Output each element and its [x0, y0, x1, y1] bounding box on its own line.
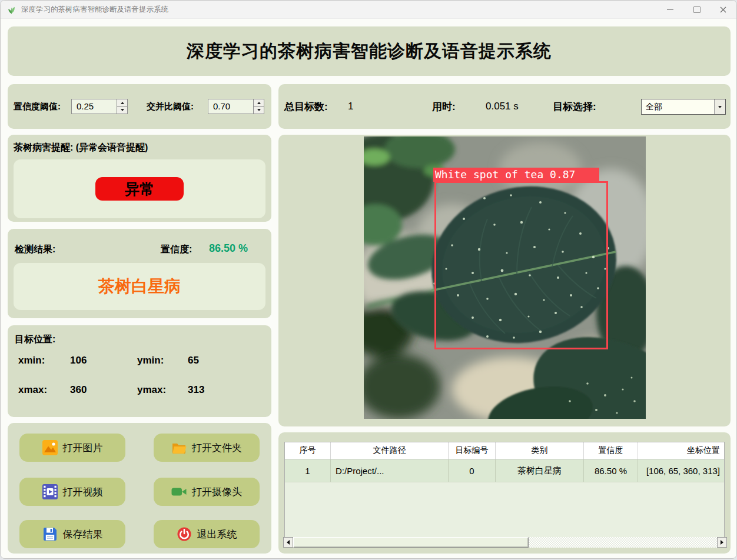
exit-system-button[interactable]: 退出系统	[154, 520, 260, 548]
cell-index: 1	[285, 459, 331, 482]
button-label: 退出系统	[197, 528, 237, 541]
dropdown-arrow-button[interactable]	[714, 99, 725, 114]
iou-threshold-label: 交并比阈值:	[147, 84, 194, 129]
spin-down-button[interactable]	[117, 107, 127, 114]
scrollbar-track[interactable]	[293, 537, 717, 548]
detection-result-panel: 检测结果: 置信度: 86.50 % 茶树白星病	[8, 229, 271, 318]
disease-name: 茶树白星病	[98, 275, 181, 298]
close-icon	[720, 6, 726, 13]
down-arrow-icon	[121, 109, 124, 111]
ymin-value: 65	[188, 355, 199, 366]
scrollbar-thumb[interactable]	[293, 537, 529, 548]
spin-up-button[interactable]	[254, 99, 264, 107]
xmax-label: xmax:	[18, 384, 47, 396]
target-select-label: 目标选择:	[553, 84, 596, 129]
table-empty-area	[285, 482, 724, 539]
page-title: 深度学习的茶树病害智能诊断及语音提示系统	[187, 39, 552, 64]
button-label: 打开图片	[63, 441, 103, 455]
table-row[interactable]: 1 D:/Project/... 0 茶树白星病 86.50 % [106, 6…	[285, 459, 724, 482]
target-select-dropdown[interactable]: 全部	[641, 99, 726, 115]
results-table-panel: 序号 文件路径 目标编号 类别 置信度 坐标位置 1 D:/Project/..…	[278, 432, 731, 554]
elapsed-time-label: 用时:	[432, 84, 456, 129]
app-window: 深度学习的茶树病害智能诊断及语音提示系统 深度学习的茶树病害智能诊断及语音提示系…	[0, 0, 737, 559]
cell-coords: [106, 65, 360, 313]	[638, 459, 724, 482]
table-header-row: 序号 文件路径 目标编号 类别 置信度 坐标位置	[285, 442, 724, 459]
table-header-confidence: 置信度	[584, 442, 638, 459]
film-icon	[42, 484, 58, 499]
table-header-class: 类别	[496, 442, 584, 459]
total-targets-label: 总目标数:	[284, 84, 328, 129]
iou-threshold-value[interactable]: 0.70	[213, 99, 230, 114]
folder-icon	[171, 440, 187, 455]
disease-alert-panel: 茶树病害提醒: (异常会语音提醒) 异常	[8, 135, 271, 222]
button-label: 打开摄像头	[192, 485, 242, 499]
chevron-down-icon	[718, 106, 722, 108]
button-label: 保存结果	[63, 528, 103, 541]
table-header-coords: 坐标位置	[638, 442, 724, 459]
abnormal-status-badge: 异常	[95, 177, 184, 201]
close-button[interactable]	[710, 1, 736, 18]
disease-alert-box: 异常	[14, 159, 265, 218]
confidence-threshold-spinbox[interactable]: 0.25	[71, 99, 128, 114]
total-targets-value: 1	[348, 84, 353, 129]
ymax-value: 313	[188, 384, 204, 396]
minimize-icon	[667, 9, 673, 10]
open-camera-button[interactable]: 打开摄像头	[154, 478, 260, 506]
save-icon	[42, 526, 58, 542]
open-video-button[interactable]: 打开视频	[19, 478, 125, 506]
title-bar: 深度学习的茶树病害智能诊断及语音提示系统	[1, 1, 736, 19]
results-table: 序号 文件路径 目标编号 类别 置信度 坐标位置 1 D:/Project/..…	[284, 442, 725, 539]
target-position-label: 目标位置:	[15, 334, 55, 346]
scroll-right-button[interactable]	[717, 537, 727, 548]
iou-threshold-spinbox[interactable]: 0.70	[208, 99, 264, 114]
confidence-threshold-label: 置信度阈值:	[14, 84, 61, 129]
spinner-arrows	[253, 99, 264, 114]
down-arrow-icon	[257, 109, 261, 111]
image-viewer-panel: White spot of tea 0.87	[278, 135, 731, 426]
window-title: 深度学习的茶树病害智能诊断及语音提示系统	[21, 5, 168, 15]
table-header-target-id: 目标编号	[449, 442, 496, 459]
ymin-label: ymin:	[137, 355, 164, 366]
app-leaf-icon	[6, 5, 16, 15]
detection-bbox	[434, 181, 608, 349]
minimize-button[interactable]	[657, 1, 683, 18]
spin-up-button[interactable]	[117, 99, 127, 107]
open-folder-button[interactable]: 打开文件夹	[154, 434, 260, 462]
disease-name-box: 茶树白星病	[14, 263, 265, 310]
spinner-arrows	[117, 99, 127, 114]
stats-panel: 总目标数: 1 用时: 0.051 s 目标选择: 全部	[278, 84, 731, 129]
right-arrow-icon	[721, 540, 723, 545]
open-image-button[interactable]: 打开图片	[19, 434, 125, 462]
xmin-value: 106	[70, 355, 87, 366]
header-panel: 深度学习的茶树病害智能诊断及语音提示系统	[8, 26, 731, 76]
cell-filepath: D:/Project/...	[331, 459, 449, 482]
target-position-panel: 目标位置: xmin: 106 ymin: 65 xmax: 360 ymax:…	[8, 325, 271, 417]
button-label: 打开视频	[63, 485, 103, 499]
table-header-index: 序号	[285, 442, 331, 459]
save-result-button[interactable]: 保存结果	[19, 520, 125, 548]
power-icon	[177, 526, 192, 542]
maximize-button[interactable]	[683, 1, 710, 18]
window-controls	[657, 1, 736, 18]
detection-image: White spot of tea 0.87	[364, 136, 646, 419]
horizontal-scrollbar[interactable]	[283, 537, 727, 548]
detection-result-label: 检测结果:	[15, 244, 55, 256]
ymax-label: ymax:	[137, 384, 166, 396]
cell-target-id: 0	[449, 459, 496, 482]
confidence-label: 置信度:	[161, 244, 192, 256]
confidence-threshold-value[interactable]: 0.25	[77, 99, 94, 114]
thresholds-panel: 置信度阈值: 0.25 交并比阈值: 0.70	[8, 84, 271, 129]
confidence-value: 86.50 %	[209, 242, 248, 255]
scroll-left-button[interactable]	[283, 537, 293, 548]
spin-down-button[interactable]	[254, 107, 264, 114]
button-label: 打开文件夹	[192, 441, 242, 455]
action-buttons-panel: 打开图片 打开文件夹 打开视频 打开摄像头 保存结果	[8, 423, 271, 554]
disease-alert-label: 茶树病害提醒: (异常会语音提醒)	[14, 142, 148, 154]
detection-bbox-label: White spot of tea 0.87	[433, 168, 599, 182]
camera-icon	[171, 484, 187, 499]
xmin-label: xmin:	[18, 355, 45, 366]
left-arrow-icon	[287, 540, 290, 545]
image-icon	[42, 440, 58, 455]
up-arrow-icon	[121, 102, 124, 104]
elapsed-time-value: 0.051 s	[486, 84, 519, 129]
